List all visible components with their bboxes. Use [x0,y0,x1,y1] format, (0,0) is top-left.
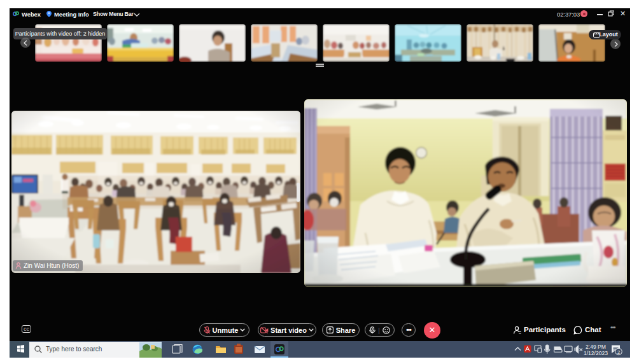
svg-text:1/12/2023: 1/12/2023 [584,350,608,356]
svg-text:2: 2 [617,349,620,355]
svg-text:Type here to search: Type here to search [46,346,102,353]
svg-text:2:49 PM: 2:49 PM [586,344,606,350]
